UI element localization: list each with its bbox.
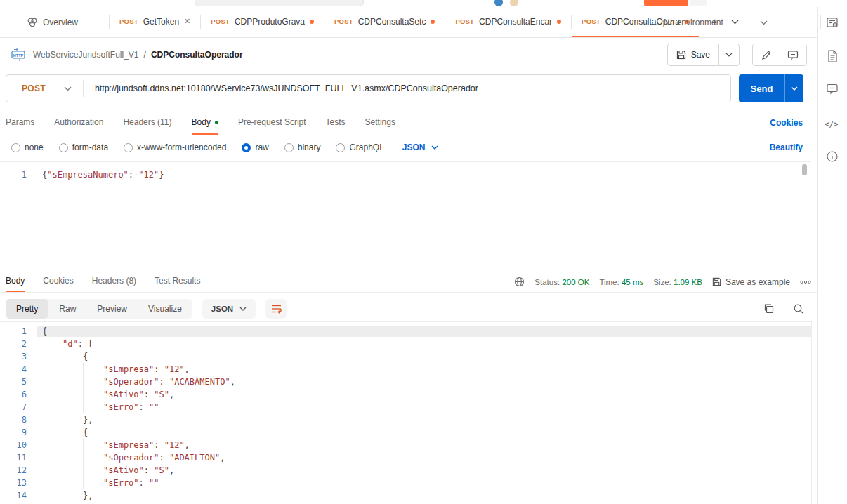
environment-quick-look-icon[interactable] (826, 16, 839, 29)
tab-params[interactable]: Params (6, 111, 34, 135)
send-options-chevron[interactable] (785, 86, 803, 91)
tab-cdpconsultasetor[interactable]: POST CDPConsultaSetc (324, 7, 445, 37)
tab-label: Pre-request Script (238, 117, 306, 127)
mode-label: raw (255, 142, 268, 152)
response-tab-test-results[interactable]: Test Results (155, 271, 200, 292)
line-number: 12 (0, 464, 37, 477)
user-avatar-partial[interactable] (510, 0, 518, 6)
response-meta: Status: 200 OK Time: 45 ms Size: 1.09 KB… (514, 271, 811, 293)
tab-label: Test Results (155, 276, 200, 286)
request-body-editor[interactable]: 1{"sEmpresaNumero":·"12"} (0, 161, 811, 269)
breadcrumb-request-name[interactable]: CDPConsultaOperador (151, 50, 243, 60)
tab-headers[interactable]: Headers (11) (123, 111, 171, 135)
save-as-example-button[interactable]: Save as example (712, 277, 790, 287)
wrap-lines-button[interactable] (265, 299, 287, 319)
view-tab-pretty[interactable]: Pretty (6, 299, 48, 319)
line-number: 6 (0, 388, 37, 401)
send-button[interactable]: Send (739, 84, 784, 94)
tab-gettoken[interactable]: POST GetToken ✕ (110, 7, 200, 37)
editor-scrollbar-thumb[interactable] (802, 164, 807, 175)
tab-pre-request-script[interactable]: Pre-request Script (238, 111, 306, 135)
code-icon[interactable]: </> (825, 119, 838, 129)
radio-selected-icon (242, 143, 251, 152)
mode-x-www-form-urlencoded[interactable]: x-www-form-urlencoded (124, 142, 226, 152)
comment-icon (787, 50, 799, 60)
close-icon[interactable]: ✕ (184, 18, 190, 25)
upgrade-button-partial[interactable] (644, 0, 688, 6)
environment-selector[interactable]: No environment (664, 7, 768, 38)
response-tools-right (763, 298, 804, 319)
request-section-tabs: Params Authorization Headers (11) Body P… (0, 111, 817, 135)
breadcrumb-collection[interactable]: WebServiceJundsoftFull_V1 (33, 50, 139, 60)
postman-app: Overview POST GetToken ✕ POST CDPProduto… (0, 0, 847, 504)
tab-cdpprodutograva[interactable]: POST CDPProdutoGrava (201, 7, 324, 37)
comments-icon[interactable] (826, 83, 839, 95)
pane-divider[interactable] (0, 270, 817, 270)
right-sidebar: </> (817, 7, 847, 504)
tab-label: Body (192, 117, 211, 127)
tab-label: CDPConsultaSetc (358, 17, 426, 27)
documentation-icon[interactable] (826, 49, 839, 63)
line-number: 10 (0, 439, 37, 451)
line-number: 1 (0, 325, 37, 338)
copy-icon[interactable] (763, 303, 775, 314)
chevron-down-icon (64, 86, 72, 91)
raw-language-selector[interactable]: JSON (402, 142, 438, 152)
mode-form-data[interactable]: form-data (59, 142, 108, 152)
cookies-link[interactable]: Cookies (770, 111, 803, 135)
tab-overview-label: Overview (43, 18, 78, 27)
tab-overview[interactable]: Overview (27, 7, 109, 37)
mode-graphql[interactable]: GraphQL (336, 142, 383, 152)
method-selector[interactable]: POST (6, 84, 83, 93)
tab-settings[interactable]: Settings (365, 111, 395, 135)
view-tab-visualize[interactable]: Visualize (138, 299, 192, 319)
save-as-example-label: Save as example (725, 277, 790, 287)
tab-label: Raw (59, 304, 76, 314)
tab-label: GetToken (143, 17, 179, 27)
code-line: 1{"sEmpresaNumero":·"12"} (0, 168, 811, 181)
save-options-chevron[interactable] (719, 53, 739, 57)
account-avatar-partial[interactable] (494, 0, 503, 6)
response-tab-cookies[interactable]: Cookies (43, 271, 73, 292)
search-icon[interactable] (793, 303, 804, 314)
tab-tests[interactable]: Tests (326, 111, 346, 135)
more-options-icon[interactable] (800, 280, 811, 284)
body-has-content-dot (215, 121, 218, 124)
mode-none[interactable]: none (11, 142, 44, 152)
tab-authorization[interactable]: Authorization (54, 111, 103, 135)
line-number: 5 (0, 376, 37, 388)
save-button[interactable]: Save (668, 50, 718, 60)
chevron-down-icon (239, 307, 247, 311)
global-search-bar-partial[interactable] (195, 0, 364, 6)
info-icon[interactable] (826, 150, 839, 163)
beautify-link[interactable]: Beautify (770, 138, 803, 157)
status-pair: Status: 200 OK (534, 278, 589, 286)
upgrade-chevron-partial[interactable] (690, 0, 707, 6)
code-line: 13"sErro": "" (0, 477, 811, 489)
tab-method-label: POST (119, 18, 138, 25)
tab-cdpconsultaencar[interactable]: POST CDPConsultaEncar (445, 7, 571, 37)
mode-label: none (25, 142, 44, 152)
time-pair: Time: 45 ms (599, 278, 643, 286)
response-body-viewer[interactable]: 1{2"d": [3{4"sEmpresa": "12",5"sOperador… (0, 321, 811, 504)
response-tab-body[interactable]: Body (6, 271, 25, 292)
top-header-partial (0, 0, 847, 7)
line-number: 14 (0, 489, 37, 502)
line-number: 1 (0, 168, 37, 181)
view-tab-preview[interactable]: Preview (86, 299, 138, 319)
view-tab-raw[interactable]: Raw (48, 299, 86, 319)
response-tab-headers[interactable]: Headers (8) (92, 271, 136, 292)
edit-button[interactable] (753, 44, 780, 66)
mode-raw-selected[interactable]: raw (242, 142, 268, 152)
tab-body[interactable]: Body (192, 111, 218, 135)
environment-selected-label: No environment (664, 18, 723, 27)
response-language-selector[interactable]: JSON (202, 299, 256, 319)
tab-label: Tests (326, 117, 346, 127)
tab-label: Params (6, 117, 34, 127)
tab-label: Body (6, 276, 25, 286)
globe-icon[interactable] (514, 277, 525, 287)
mode-binary[interactable]: binary (284, 142, 321, 152)
url-input[interactable]: http://jundsoft.ddns.net:10180/WService7… (95, 84, 478, 93)
code-line: 6"sAtivo": "S", (0, 388, 811, 401)
comment-button[interactable] (780, 44, 806, 66)
